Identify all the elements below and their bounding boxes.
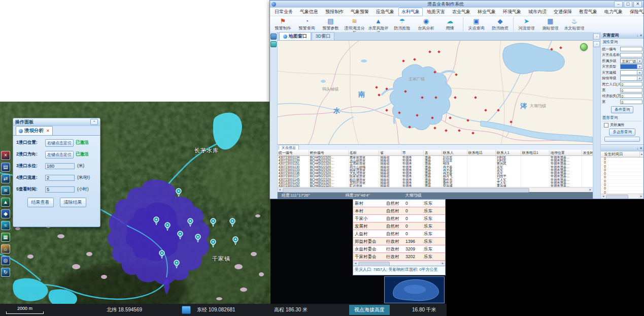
checkbox-icon[interactable]: [604, 123, 608, 128]
village-row[interactable]: 本村自然村0乐东: [353, 207, 445, 215]
left-dock-strip[interactable]: [270, 32, 278, 199]
time-column-header[interactable]: 发生时间日 ▲: [601, 151, 643, 157]
query-input[interactable]: [620, 53, 642, 57]
query-dropdown[interactable]: ▾: [620, 64, 642, 69]
layers-icon[interactable]: ▤: [1, 163, 10, 172]
dock-icon-blue[interactable]: [270, 34, 277, 40]
time-vscrollbar[interactable]: ▲: [639, 151, 643, 157]
table-header[interactable]: 统一编号野外编号名称省市县联系人联系电话联系人1联系电话1地理位置发生时间年发生…: [278, 150, 593, 156]
section-icon[interactable]: ◆: [1, 209, 10, 218]
home-icon[interactable]: ⌂: [1, 244, 10, 254]
dock-icon-teal[interactable]: [270, 41, 277, 47]
village-row[interactable]: 永益村委会行政村3209乐东: [353, 245, 445, 253]
toolbar-item-6[interactable]: ☂防汛抢险: [390, 17, 414, 30]
view-result-button[interactable]: 结果查看: [27, 198, 54, 207]
time-row[interactable]: 0: [601, 157, 643, 161]
menu-item-10[interactable]: 环境气象: [500, 8, 524, 16]
table-col-header[interactable]: 县: [424, 150, 442, 155]
terrain-icon[interactable]: ▲: [1, 198, 10, 207]
query-input[interactable]: 0: [620, 82, 642, 86]
chevron-down-icon[interactable]: ▾: [637, 71, 642, 75]
op-value-input[interactable]: 2: [45, 175, 75, 181]
condition-search-button[interactable]: 条件查询: [611, 106, 633, 113]
panel-close-icon[interactable]: ×: [640, 34, 642, 37]
gis-map-canvas[interactable]: 南 水 涔 码头铺镇 王家厂镇 大堰垱镇: [278, 40, 593, 144]
menu-item-2[interactable]: 气象信息: [297, 8, 321, 16]
gis-titlebar[interactable]: 澧县业务制作系统 – ▢ ✕: [270, 1, 643, 8]
menu-item-14[interactable]: 电力气象: [601, 8, 626, 16]
table-col-header[interactable]: 联系电话1: [521, 150, 550, 155]
refresh-icon[interactable]: ↻: [1, 268, 10, 277]
splitter-collapse-icon[interactable]: ‹: [593, 34, 600, 40]
table-col-header[interactable]: 发生时间年: [582, 150, 593, 155]
menu-item-5[interactable]: 应急气象: [373, 8, 397, 16]
table-col-header[interactable]: 野外编号: [309, 150, 349, 155]
chevron-down-icon[interactable]: ▾: [637, 65, 642, 69]
menu-item-8[interactable]: 农业气象: [449, 8, 473, 16]
village-table-hscrollbar[interactable]: ◂ ▸: [353, 261, 445, 266]
village-table[interactable]: 新村自然村0乐东本村自然村0乐东千家小自然村0乐东发展村自然村0乐东人益村自然村…: [353, 200, 445, 261]
view-tab-1[interactable]: 地图窗口: [279, 32, 311, 40]
time-rows[interactable]: 0000000000: [601, 157, 643, 194]
time-row[interactable]: 0: [601, 169, 643, 172]
time-row[interactable]: 0: [601, 172, 643, 176]
panel-minimize-button[interactable]: -: [90, 119, 98, 125]
query-dropdown[interactable]: ▾: [620, 76, 642, 81]
query-input[interactable]: 0: [620, 93, 642, 98]
op-locate-button[interactable]: 左键点击定位: [45, 151, 74, 159]
query-dropdown[interactable]: ▾: [620, 70, 642, 75]
time-row[interactable]: 0: [601, 176, 643, 179]
menu-item-4[interactable]: 气象预警: [348, 8, 372, 16]
pin-icon-2[interactable]: ↓: [636, 146, 638, 150]
village-row[interactable]: 郑益村委会行政村1396乐东: [353, 238, 445, 245]
query-input[interactable]: [620, 47, 642, 51]
table-hscrollbar[interactable]: ◂ ▸: [278, 187, 593, 192]
menu-item-9[interactable]: 林业气象: [474, 8, 499, 16]
query-input[interactable]: 0: [620, 88, 642, 92]
village-row[interactable]: 人益村自然村0乐东: [353, 230, 445, 238]
village-row[interactable]: 发展村自然村0乐东: [353, 223, 445, 230]
toolbar-item-1[interactable]: ⚑预警制作: [271, 17, 295, 30]
time-row[interactable]: 0: [601, 180, 643, 183]
query-dropdown[interactable]: 王家厂镇▾: [620, 58, 642, 64]
toolbar-item-9[interactable]: ▣灾点查询: [464, 17, 488, 30]
app-logo-icon[interactable]: [272, 2, 276, 7]
toolbar-item-2[interactable]: ◔预警查询: [295, 17, 319, 30]
op-locate-button[interactable]: 右键点击定位: [45, 139, 74, 147]
table-col-header[interactable]: 市: [401, 150, 424, 155]
village-row[interactable]: 千家小自然村0乐东: [353, 215, 445, 223]
toolbar-item-12[interactable]: ▦测站管理: [538, 17, 562, 30]
splitter-expand-icon[interactable]: ›: [593, 41, 600, 47]
minimize-button[interactable]: –: [614, 1, 623, 8]
menu-item-6[interactable]: 水利气象: [398, 8, 423, 16]
toolbar-item-7[interactable]: ◉台风分析: [414, 17, 438, 30]
time-row[interactable]: 0: [601, 187, 643, 191]
time-hscrollbar[interactable]: ◂ ▸: [601, 194, 643, 199]
query-input[interactable]: 0: [620, 100, 642, 104]
toolbar-item-11[interactable]: ➤河流管理: [515, 17, 538, 30]
table-col-header[interactable]: 联系电话: [467, 150, 496, 155]
menu-item-7[interactable]: 地质灾害: [424, 8, 448, 16]
toolbar-item-3[interactable]: ▤预警参数: [319, 17, 343, 30]
table-col-header[interactable]: 联系人1: [496, 150, 521, 155]
swap-view-icon[interactable]: ⇄: [1, 174, 10, 183]
menu-item-3[interactable]: 预报制作: [322, 8, 347, 16]
toolbar-item-13[interactable]: ♨水文站管理: [562, 17, 586, 30]
maximize-button[interactable]: ▢: [624, 1, 632, 8]
table-col-header[interactable]: 省: [379, 150, 401, 155]
time-row[interactable]: 0: [601, 165, 643, 169]
time-row[interactable]: 0: [601, 161, 643, 165]
village-row[interactable]: 千家村委会行政村3202乐东: [353, 253, 445, 261]
table-body[interactable]: 430723001134BCH45022320…鹿家坡滑坡湖南省常德市澧县彭昌富…: [278, 156, 593, 188]
table-col-header[interactable]: 地理位置: [550, 150, 582, 155]
panel-close-icon-2[interactable]: ×: [640, 146, 642, 150]
op-value-input[interactable]: 5: [45, 186, 75, 193]
status-locate-button[interactable]: [182, 306, 191, 314]
scroll-left-arrow[interactable]: ◂: [353, 261, 358, 266]
op-value-input[interactable]: 180: [45, 163, 75, 169]
menu-item-13[interactable]: 教育气象: [576, 8, 600, 16]
grid-icon[interactable]: ▦: [1, 233, 10, 242]
locate-icon[interactable]: ◎: [1, 256, 10, 265]
operation-panel-titlebar[interactable]: 操作面板 -: [13, 118, 100, 126]
chevron-down-icon[interactable]: ▾: [637, 76, 642, 80]
